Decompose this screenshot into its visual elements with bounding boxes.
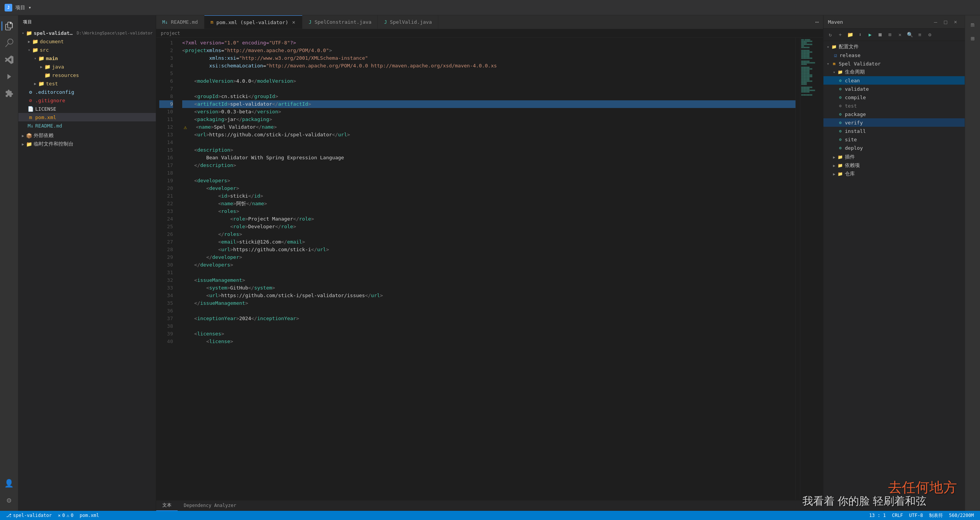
maven-test[interactable]: ⚙ test bbox=[823, 101, 965, 110]
clean-icon: ⚙ bbox=[837, 77, 843, 83]
status-line-ending[interactable]: CRLF bbox=[889, 511, 906, 520]
maven-package[interactable]: ⚙ package bbox=[823, 110, 965, 118]
tree-test[interactable]: ▶ 📁 test bbox=[18, 79, 156, 88]
status-indentation[interactable]: 制表符 bbox=[926, 511, 946, 520]
git-btn[interactable] bbox=[2, 52, 17, 67]
code-line-29: </developer> bbox=[182, 253, 795, 261]
title-bar: J 项目 ▾ bbox=[0, 0, 980, 15]
maven-cross-btn[interactable]: ✕ bbox=[895, 30, 905, 39]
explorer-btn[interactable] bbox=[2, 18, 17, 34]
spel-root-icon: m bbox=[831, 61, 837, 67]
code-line-19: <developers> bbox=[182, 177, 795, 185]
filesize-label: 560/2200M bbox=[949, 513, 974, 518]
tree-gitignore[interactable]: ⊘ .gitignore bbox=[18, 96, 156, 105]
tree-resources[interactable]: 📁 resources bbox=[18, 71, 156, 79]
maven-expand-btn[interactable]: □ bbox=[941, 17, 950, 26]
vertical-scrollbar[interactable] bbox=[795, 38, 800, 500]
code-line-9: <artifactId>spel-validator</artifactId> bbox=[182, 100, 795, 108]
status-breadcrumb[interactable]: pom.xml bbox=[77, 511, 102, 520]
code-editor[interactable]: <?xml version="1.0" encoding="UTF-8"?> <… bbox=[176, 38, 795, 500]
maven-collapse-btn[interactable]: — bbox=[931, 17, 940, 26]
maven-download-btn[interactable]: ⬇ bbox=[856, 30, 865, 39]
maven-deploy[interactable]: ⚙ deploy bbox=[823, 144, 965, 152]
maven-release[interactable]: ☑ release bbox=[823, 51, 965, 59]
lic-icon: 📄 bbox=[28, 106, 34, 112]
tree-editorconfig[interactable]: ⚙ .editorconfig bbox=[18, 88, 156, 96]
tree-main[interactable]: ▾ 📁 main bbox=[18, 54, 156, 62]
search-btn[interactable] bbox=[2, 35, 17, 51]
lifecycle-icon: 📁 bbox=[837, 69, 843, 75]
extensions-btn[interactable] bbox=[2, 86, 17, 101]
pom-tab-close[interactable]: × bbox=[291, 18, 296, 26]
code-line-30: </developers> bbox=[182, 261, 795, 269]
code-line-36 bbox=[182, 307, 795, 315]
maven-warehouse[interactable]: ▶ 📁 仓库 bbox=[823, 170, 965, 178]
status-cursor[interactable]: 13 : 1 bbox=[866, 511, 889, 520]
maven-spel-root[interactable]: ▾ m Spel Validator bbox=[823, 59, 965, 68]
status-branch[interactable]: ⎇ spel-validator bbox=[3, 511, 55, 520]
maven-validate[interactable]: ⚙ validate bbox=[823, 85, 965, 93]
title-chevron: ▾ bbox=[28, 5, 31, 10]
code-line-31 bbox=[182, 269, 795, 276]
maven-folder-btn[interactable]: 📁 bbox=[846, 30, 855, 39]
maven-toolbar: ↻ + 📁 ⬇ ▶ ⏹ ⊞ ✕ 🔍 ≡ ⚙ bbox=[823, 29, 965, 41]
tree-document[interactable]: ▶ 📁 document bbox=[18, 37, 156, 46]
tab-readme[interactable]: M↓ README.md bbox=[156, 15, 204, 29]
tree-license[interactable]: 📄 LICENSE bbox=[18, 105, 156, 113]
temp-arrow: ▶ bbox=[20, 141, 26, 147]
status-errors[interactable]: ✕ 0 ⚠ 0 bbox=[55, 511, 77, 520]
maven-plugins[interactable]: ▶ 📁 插件 bbox=[823, 153, 965, 161]
tree-temp[interactable]: ▶ 📁 临时文件和控制台 bbox=[18, 140, 156, 148]
maven-install[interactable]: ⚙ install bbox=[823, 127, 965, 135]
right-btn-2[interactable]: ⊞ bbox=[967, 32, 979, 44]
release-check[interactable]: ☑ bbox=[833, 52, 839, 58]
deploy-icon: ⚙ bbox=[837, 145, 843, 151]
branch-name: spel-validator bbox=[13, 513, 52, 518]
status-encoding[interactable]: UTF-8 bbox=[906, 511, 926, 520]
maven-close-btn[interactable]: × bbox=[951, 17, 960, 26]
lifecycle-arrow: ▾ bbox=[831, 69, 837, 75]
maven-search-btn[interactable]: 🔍 bbox=[905, 30, 915, 39]
maven-run-btn[interactable]: ▶ bbox=[866, 30, 875, 39]
sc-tab-icon: J bbox=[309, 20, 311, 25]
maven-config-section[interactable]: ▾ 📁 配置文件 bbox=[823, 43, 965, 51]
compile-icon: ⚙ bbox=[837, 94, 843, 100]
settings-btn[interactable]: ⚙ bbox=[2, 492, 17, 508]
lic-label: LICENSE bbox=[35, 106, 56, 112]
code-line-39: <licenses> bbox=[182, 330, 795, 338]
run-btn[interactable] bbox=[2, 69, 17, 84]
code-line-23: <roles> bbox=[182, 208, 795, 215]
tab-spelvalid[interactable]: J SpelValid.java bbox=[378, 15, 438, 29]
maven-deps[interactable]: ▶ 📁 依赖项 bbox=[823, 161, 965, 170]
maven-filter-btn[interactable]: ≡ bbox=[915, 30, 924, 39]
ext-arrow: ▶ bbox=[20, 132, 26, 139]
tab-text[interactable]: 文本 bbox=[156, 500, 178, 511]
maven-settings-btn[interactable]: ⚙ bbox=[925, 30, 934, 39]
tab-dependency[interactable]: Dependency Analyzer bbox=[178, 500, 242, 511]
maven-compile[interactable]: ⚙ compile bbox=[823, 93, 965, 101]
install-icon: ⚙ bbox=[837, 128, 843, 134]
code-line-18 bbox=[182, 169, 795, 177]
maven-diagram-btn[interactable]: ⊞ bbox=[885, 30, 895, 39]
error-count: 0 bbox=[62, 513, 65, 518]
tree-java[interactable]: ▶ 📁 java bbox=[18, 62, 156, 71]
tree-root[interactable]: ▾ 📁 spel-validator D:\WorkingSpace\spel-… bbox=[18, 29, 156, 37]
maven-add-btn[interactable]: + bbox=[836, 30, 845, 39]
tab-spelconstraint[interactable]: J SpelConstraint.java bbox=[302, 15, 378, 29]
tree-pom[interactable]: m pom.xml bbox=[18, 113, 156, 121]
tree-src[interactable]: ▾ 📁 src bbox=[18, 46, 156, 54]
right-btn-1[interactable]: m bbox=[967, 18, 979, 31]
maven-lifecycle[interactable]: ▾ 📁 生命周期 bbox=[823, 68, 965, 76]
status-filesize[interactable]: 560/2200M bbox=[946, 511, 977, 520]
maven-stop-btn[interactable]: ⏹ bbox=[875, 30, 885, 39]
tab-pom[interactable]: m pom.xml (spel-validator) × bbox=[204, 15, 303, 29]
maven-clean[interactable]: ⚙ clean bbox=[823, 76, 965, 85]
tree-readme[interactable]: M↓ README.md bbox=[18, 121, 156, 130]
tree-external[interactable]: ▶ 📦 外部依赖 bbox=[18, 131, 156, 140]
maven-site[interactable]: ⚙ site bbox=[823, 135, 965, 144]
minimap: ████ ███████████████████████████████████… bbox=[800, 38, 823, 500]
maven-verify[interactable]: ⚙ verify bbox=[823, 118, 965, 127]
maven-refresh-btn[interactable]: ↻ bbox=[826, 30, 835, 39]
account-btn[interactable]: 👤 bbox=[2, 476, 17, 491]
tab-more-btn[interactable]: ⋯ bbox=[811, 15, 823, 29]
